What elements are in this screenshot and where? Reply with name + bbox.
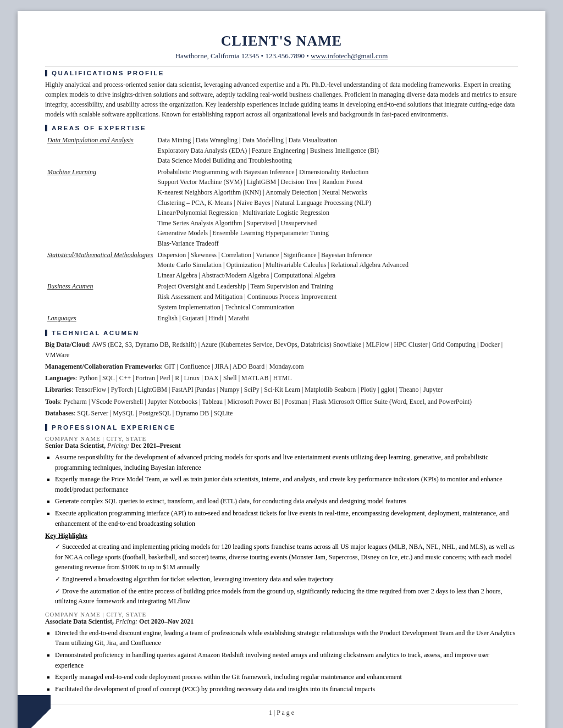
exp-bullet-item: Directed the end-to-end discount engine,… — [55, 628, 518, 648]
expertise-section: AREAS OF EXPERTISE Data Manipulation and… — [45, 125, 518, 324]
technical-label: Tools — [45, 398, 60, 405]
expertise-content: Dispersion | Skewness | Correlation | Va… — [155, 249, 518, 281]
technical-row: Big Data/Cloud: AWS (EC2, S3, Dynamo DB,… — [45, 340, 518, 360]
exp-bullet-list: Assume responsibility for the developmen… — [55, 452, 518, 529]
contact-info: Hawthorne, California 12345 • 123.456.78… — [45, 52, 518, 60]
expertise-label: Machine Learning — [45, 166, 155, 249]
page-number: 1 | P a g e — [269, 709, 294, 716]
technical-row: Databases: SQL Server | MySQL | PostgreS… — [45, 408, 518, 419]
exp-bullet-item: Execute application programming interfac… — [55, 508, 518, 529]
expertise-content: Project Oversight and Leadership | Team … — [155, 281, 518, 313]
technical-label: Languages — [45, 374, 75, 382]
highlight-item: Succeeded at creating and implementing p… — [55, 542, 518, 573]
technical-label: Libraries — [45, 386, 71, 393]
exp-bullet-item: Demonstrated proficiency in handling que… — [55, 650, 518, 670]
key-highlights-label: Key Highlights — [45, 532, 518, 540]
client-name: CLIENT'S NAME — [45, 33, 518, 49]
technical-label: Management/Collaboration Frameworks — [45, 363, 161, 370]
exp-bullet-item: Facilitated the development of proof of … — [55, 684, 518, 694]
expertise-table: Data Manipulation and AnalysisData Minin… — [45, 135, 518, 324]
expertise-content: Probabilistic Programming with Bayesian … — [155, 166, 518, 249]
technical-label: Databases — [45, 409, 74, 417]
experience-section: PROFESSIONAL EXPERIENCE COMPANY NAME | C… — [45, 424, 518, 694]
experience-body: COMPANY NAME | CITY, STATESenior Data Sc… — [45, 435, 518, 694]
expertise-row: Machine LearningProbabilistic Programmin… — [45, 166, 518, 249]
expertise-label: Statistical/Mathematical Methodologies — [45, 249, 155, 281]
technical-label: Big Data/Cloud — [45, 341, 89, 348]
exp-bullet-list: Directed the end-to-end discount engine,… — [55, 628, 518, 694]
page-footer: 1 | P a g e — [45, 704, 518, 717]
expertise-row: Business AcumenProject Oversight and Lea… — [45, 281, 518, 313]
technical-body: Big Data/Cloud: AWS (EC2, S3, Dynamo DB,… — [45, 340, 518, 419]
expertise-row: LanguagesEnglish | Gujarati | Hindi | Ma… — [45, 313, 518, 324]
exp-bullet-item: Expertly manage the Price Model Team, as… — [55, 474, 518, 494]
expertise-content: English | Gujarati | Hindi | Marathi — [155, 313, 518, 324]
exp-bullet-item: Expertly managed end-to-end code deploym… — [55, 672, 518, 682]
header: CLIENT'S NAME Hawthorne, California 1234… — [45, 33, 518, 60]
experience-title: PROFESSIONAL EXPERIENCE — [45, 424, 518, 431]
technical-title: TECHNICAL ACUMEN — [45, 330, 518, 336]
qualifications-title: QUALIFICATIONS PROFILE — [45, 70, 518, 76]
technical-row: Tools: Pycharm | VScode Powershell | Jup… — [45, 397, 518, 407]
resume-page: CLIENT'S NAME Hawthorne, California 1234… — [18, 11, 545, 728]
exp-company: COMPANY NAME | CITY, STATE — [45, 435, 518, 442]
exp-title-line: Senior Data Scientist, Pricing: Dec 2021… — [45, 442, 518, 450]
key-highlights-list: Succeeded at creating and implementing p… — [55, 542, 518, 607]
expertise-content: Data Mining | Data Wrangling | Data Mode… — [155, 135, 518, 166]
qualifications-body: Highly analytical and process-oriented s… — [45, 80, 518, 119]
highlight-item: Drove the automation of the entire proce… — [55, 586, 518, 607]
email-link[interactable]: www.infotech@gmail.com — [311, 52, 388, 60]
exp-title-line: Associate Data Scientist, Pricing: Oct 2… — [45, 618, 518, 626]
exp-bullet-item: Assume responsibility for the developmen… — [55, 452, 518, 473]
technical-row: Management/Collaboration Frameworks: GIT… — [45, 362, 518, 372]
expertise-label: Data Manipulation and Analysis — [45, 135, 155, 166]
technical-row: Libraries: TensorFlow | PyTorch | LightG… — [45, 385, 518, 395]
expertise-title: AREAS OF EXPERTISE — [45, 125, 518, 131]
exp-bullet-item: Generate complex SQL queries to extract,… — [55, 496, 518, 507]
expertise-label: Languages — [45, 313, 155, 324]
technical-row: Languages: Python | SQL | C++ | Fortran … — [45, 373, 518, 384]
highlight-item: Engineered a broadcasting algorithm for … — [55, 574, 518, 585]
exp-company: COMPANY NAME | CITY, STATE — [45, 611, 518, 618]
technical-section: TECHNICAL ACUMEN Big Data/Cloud: AWS (EC… — [45, 330, 518, 419]
expertise-row: Data Manipulation and AnalysisData Minin… — [45, 135, 518, 166]
expertise-row: Statistical/Mathematical MethodologiesDi… — [45, 249, 518, 281]
qualifications-section: QUALIFICATIONS PROFILE Highly analytical… — [45, 70, 518, 119]
expertise-label: Business Acumen — [45, 281, 155, 313]
corner-decoration — [18, 695, 51, 728]
